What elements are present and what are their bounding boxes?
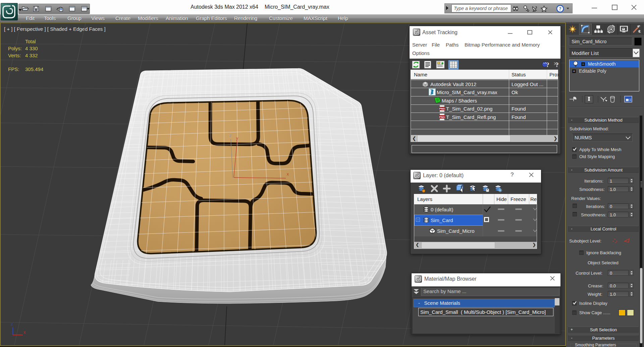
svg-text:?: ? — [546, 61, 549, 68]
svg-text:y: y — [236, 136, 238, 141]
svg-text:x: x — [23, 330, 26, 335]
svg-text:?: ? — [555, 61, 559, 68]
svg-text:PNG: PNG — [439, 107, 445, 110]
svg-text:PNG: PNG — [439, 116, 445, 119]
svg-text:z: z — [229, 133, 231, 138]
svg-text:?: ? — [559, 6, 561, 11]
svg-text:z: z — [11, 322, 13, 327]
svg-text:x: x — [287, 172, 289, 177]
